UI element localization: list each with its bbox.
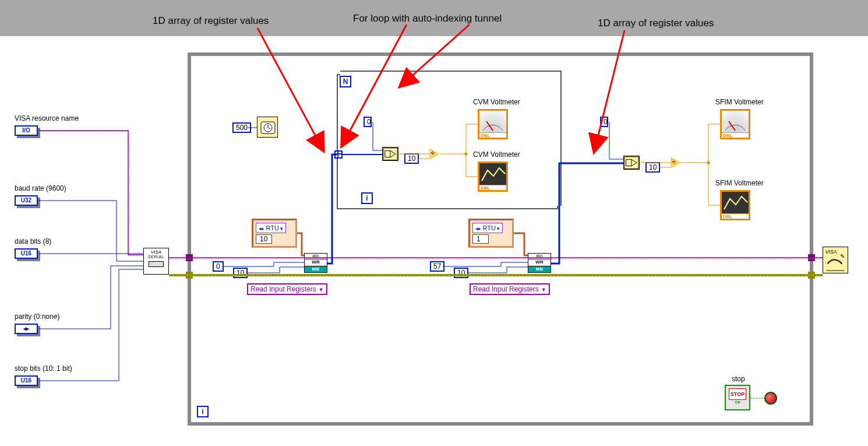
svg-text:✎: ✎ bbox=[840, 253, 845, 259]
wait-ms-node[interactable] bbox=[257, 117, 278, 138]
sfim-gauge-label: SFIM Voltmeter bbox=[715, 98, 764, 106]
parity-label: parity (0:none) bbox=[15, 312, 59, 321]
for-loop-div10-constant[interactable]: 10 bbox=[404, 153, 419, 164]
for-loop-n-terminal: N bbox=[340, 76, 351, 87]
sfim-chart-indicator[interactable]: DBL bbox=[720, 190, 750, 220]
annotation-for-loop: For loop with auto-indexing tunnel bbox=[353, 13, 502, 24]
tunnel-error-out bbox=[808, 272, 815, 279]
mb2-starting-address-constant[interactable]: 57 bbox=[430, 261, 444, 272]
stop-label: stop bbox=[732, 375, 745, 383]
mb2-mb: MB bbox=[528, 266, 551, 272]
visa-resource-label: VISA resource name bbox=[15, 114, 79, 122]
for-loop-i-terminal: i bbox=[361, 192, 373, 204]
sfim-gauge-indicator[interactable]: DBL bbox=[720, 109, 750, 139]
tunnel-visa-in bbox=[186, 254, 193, 261]
visa-serial-config-node[interactable]: VISA SERIAL bbox=[143, 248, 169, 275]
while-loop-condition-terminal bbox=[764, 392, 777, 405]
tunnel-visa-out bbox=[808, 254, 815, 261]
stop-tf: TF bbox=[726, 400, 749, 405]
mb1-num-registers-constant[interactable]: 10 bbox=[233, 268, 248, 278]
while-loop-iteration-terminal: i bbox=[197, 406, 209, 417]
data-bits-control[interactable]: U16 bbox=[15, 248, 38, 259]
svg-line-5 bbox=[486, 121, 493, 131]
modbus-config-cluster-1[interactable]: RTU 10 bbox=[252, 219, 297, 248]
mb1-mb: MB bbox=[305, 266, 327, 272]
cvm-gauge-indicator[interactable]: DBL bbox=[478, 109, 508, 139]
index-array-node-2[interactable] bbox=[623, 156, 640, 170]
mb2-abc: abc bbox=[528, 254, 551, 259]
cvm-gauge-label: CVM Voltmeter bbox=[473, 98, 520, 106]
mb2-function-select[interactable]: Read Input Registers bbox=[470, 283, 550, 295]
divide-node-1[interactable] bbox=[429, 148, 440, 160]
for-loop-index0-constant[interactable]: 0 bbox=[364, 117, 372, 127]
mb1-starting-address-constant[interactable]: 0 bbox=[213, 261, 224, 272]
parity-control[interactable]: ◂▸ bbox=[15, 324, 38, 334]
index-array-node-1[interactable] bbox=[382, 147, 398, 161]
mb1-mode-select[interactable]: RTU bbox=[256, 223, 286, 233]
mb1-wr: WR bbox=[305, 259, 327, 266]
baud-rate-label: baud rate (9600) bbox=[15, 184, 66, 192]
modbus-config-cluster-2[interactable]: RTU 1 bbox=[468, 219, 514, 248]
sfim-chart-label: SFIM Voltmeter bbox=[715, 179, 764, 187]
mb1-slave-id[interactable]: 10 bbox=[256, 234, 272, 244]
wait-ms-constant[interactable]: 500 bbox=[232, 122, 251, 133]
annotation-array-1: 1D array of register values bbox=[153, 15, 269, 27]
cvm-chart-indicator[interactable]: DBL bbox=[478, 161, 508, 192]
divide-node-2[interactable] bbox=[671, 157, 681, 168]
data-bits-label: data bits (8) bbox=[15, 237, 51, 245]
sfim-index0-constant[interactable]: 0 bbox=[600, 117, 608, 127]
mb2-num-registers-constant[interactable]: 10 bbox=[454, 268, 468, 278]
stop-button[interactable]: STOP TF bbox=[725, 385, 750, 410]
visa-close-node[interactable]: VISA✎ bbox=[823, 247, 848, 273]
visa-serial-l2: SERIAL bbox=[144, 255, 168, 259]
svg-line-7 bbox=[729, 121, 735, 131]
sfim-div10-constant[interactable]: 10 bbox=[645, 162, 660, 173]
visa-resource-control[interactable]: I/O bbox=[15, 125, 38, 136]
stop-bits-label: stop bits (10: 1 bit) bbox=[15, 364, 72, 373]
stop-button-face: STOP bbox=[729, 388, 746, 400]
svg-text:VISA: VISA bbox=[825, 249, 837, 255]
mb2-mode-select[interactable]: RTU bbox=[472, 223, 503, 233]
stop-bits-control[interactable]: U16 bbox=[15, 375, 38, 386]
mb1-function-select[interactable]: Read Input Registers bbox=[247, 283, 327, 295]
modbus-read-node-2[interactable]: abc WR MB bbox=[528, 253, 551, 273]
mb1-abc: abc bbox=[305, 254, 327, 259]
baud-rate-control[interactable]: U32 bbox=[15, 195, 38, 206]
annotation-array-2: 1D array of register values bbox=[598, 17, 714, 29]
cvm-chart-label: CVM Voltmeter bbox=[473, 150, 520, 159]
visa-serial-l1: VISA bbox=[144, 250, 168, 255]
auto-index-tunnel bbox=[334, 150, 343, 159]
modbus-read-node-1[interactable]: abc WR MB bbox=[304, 253, 327, 273]
tunnel-error-in bbox=[186, 272, 193, 279]
mb2-slave-id[interactable]: 1 bbox=[472, 234, 489, 244]
for-loop-stack bbox=[340, 71, 562, 206]
mb2-wr: WR bbox=[528, 259, 551, 266]
